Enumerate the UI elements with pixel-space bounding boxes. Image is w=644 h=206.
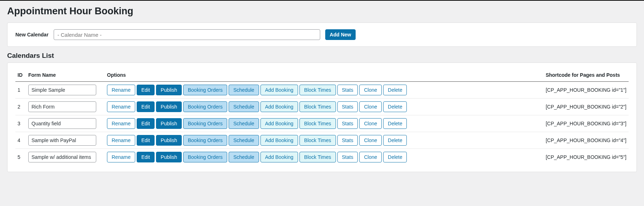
publish-button[interactable]: Publish xyxy=(156,152,182,162)
row-id: 5 xyxy=(15,149,26,166)
block-times-button[interactable]: Block Times xyxy=(299,85,336,95)
edit-button[interactable]: Edit xyxy=(137,152,155,162)
shortcode-text: [CP_APP_HOUR_BOOKING id="5"] xyxy=(543,149,629,166)
col-shortcode: Shortcode for Pages and Posts xyxy=(543,69,629,82)
rename-button[interactable]: Rename xyxy=(107,118,135,129)
form-name-input[interactable] xyxy=(28,118,96,129)
schedule-button[interactable]: Schedule xyxy=(229,85,259,95)
publish-button[interactable]: Publish xyxy=(156,85,182,95)
delete-button[interactable]: Delete xyxy=(383,101,407,112)
edit-button[interactable]: Edit xyxy=(137,101,155,112)
add-booking-button[interactable]: Add Booking xyxy=(260,118,298,129)
rename-button[interactable]: Rename xyxy=(107,85,135,95)
block-times-button[interactable]: Block Times xyxy=(299,135,336,146)
col-options: Options xyxy=(105,69,543,82)
calendars-list-panel: ID Form Name Options Shortcode for Pages… xyxy=(7,62,637,172)
rename-button[interactable]: Rename xyxy=(107,101,135,112)
booking-orders-button[interactable]: Booking Orders xyxy=(183,152,227,162)
col-form-name: Form Name xyxy=(26,69,105,82)
delete-button[interactable]: Delete xyxy=(383,85,407,95)
block-times-button[interactable]: Block Times xyxy=(299,118,336,129)
stats-button[interactable]: Stats xyxy=(337,135,358,146)
calendar-name-input[interactable] xyxy=(54,29,320,40)
add-new-button[interactable]: Add New xyxy=(325,29,356,40)
add-booking-button[interactable]: Add Booking xyxy=(260,135,298,146)
form-name-input[interactable] xyxy=(28,101,96,112)
rename-button[interactable]: Rename xyxy=(107,152,135,162)
publish-button[interactable]: Publish xyxy=(156,135,182,146)
edit-button[interactable]: Edit xyxy=(137,135,155,146)
new-calendar-panel: New Calendar Add New xyxy=(7,22,637,47)
booking-orders-button[interactable]: Booking Orders xyxy=(183,118,227,129)
row-id: 2 xyxy=(15,99,26,115)
table-row: 2RenameEditPublishBooking OrdersSchedule… xyxy=(15,99,629,115)
block-times-button[interactable]: Block Times xyxy=(299,101,336,112)
booking-orders-button[interactable]: Booking Orders xyxy=(183,85,227,95)
edit-button[interactable]: Edit xyxy=(137,85,155,95)
add-booking-button[interactable]: Add Booking xyxy=(260,101,298,112)
booking-orders-button[interactable]: Booking Orders xyxy=(183,101,227,112)
publish-button[interactable]: Publish xyxy=(156,118,182,129)
schedule-button[interactable]: Schedule xyxy=(229,118,259,129)
form-name-input[interactable] xyxy=(28,152,96,162)
col-id: ID xyxy=(15,69,26,82)
stats-button[interactable]: Stats xyxy=(337,118,358,129)
stats-button[interactable]: Stats xyxy=(337,101,358,112)
shortcode-text: [CP_APP_HOUR_BOOKING id="4"] xyxy=(543,132,629,149)
delete-button[interactable]: Delete xyxy=(383,135,407,146)
row-id: 1 xyxy=(15,82,26,99)
form-name-input[interactable] xyxy=(28,135,96,146)
schedule-button[interactable]: Schedule xyxy=(229,152,259,162)
delete-button[interactable]: Delete xyxy=(383,152,407,162)
rename-button[interactable]: Rename xyxy=(107,135,135,146)
stats-button[interactable]: Stats xyxy=(337,152,358,162)
stats-button[interactable]: Stats xyxy=(337,85,358,95)
add-booking-button[interactable]: Add Booking xyxy=(260,152,298,162)
table-row: 4RenameEditPublishBooking OrdersSchedule… xyxy=(15,132,629,149)
publish-button[interactable]: Publish xyxy=(156,101,182,112)
delete-button[interactable]: Delete xyxy=(383,118,407,129)
table-row: 1RenameEditPublishBooking OrdersSchedule… xyxy=(15,82,629,99)
add-booking-button[interactable]: Add Booking xyxy=(260,85,298,95)
edit-button[interactable]: Edit xyxy=(137,118,155,129)
clone-button[interactable]: Clone xyxy=(359,101,382,112)
clone-button[interactable]: Clone xyxy=(359,152,382,162)
page-title: Appointment Hour Booking xyxy=(7,6,637,17)
new-calendar-label: New Calendar xyxy=(15,32,49,37)
clone-button[interactable]: Clone xyxy=(359,118,382,129)
calendars-table: ID Form Name Options Shortcode for Pages… xyxy=(15,69,629,165)
shortcode-text: [CP_APP_HOUR_BOOKING id="1"] xyxy=(543,82,629,99)
schedule-button[interactable]: Schedule xyxy=(229,135,259,146)
shortcode-text: [CP_APP_HOUR_BOOKING id="3"] xyxy=(543,115,629,132)
row-id: 3 xyxy=(15,115,26,132)
booking-orders-button[interactable]: Booking Orders xyxy=(183,135,227,146)
clone-button[interactable]: Clone xyxy=(359,135,382,146)
shortcode-text: [CP_APP_HOUR_BOOKING id="2"] xyxy=(543,99,629,115)
form-name-input[interactable] xyxy=(28,85,96,95)
clone-button[interactable]: Clone xyxy=(359,85,382,95)
section-title: Calendars List xyxy=(7,52,637,60)
table-row: 5RenameEditPublishBooking OrdersSchedule… xyxy=(15,149,629,166)
row-id: 4 xyxy=(15,132,26,149)
block-times-button[interactable]: Block Times xyxy=(299,152,336,162)
schedule-button[interactable]: Schedule xyxy=(229,101,259,112)
table-row: 3RenameEditPublishBooking OrdersSchedule… xyxy=(15,115,629,132)
